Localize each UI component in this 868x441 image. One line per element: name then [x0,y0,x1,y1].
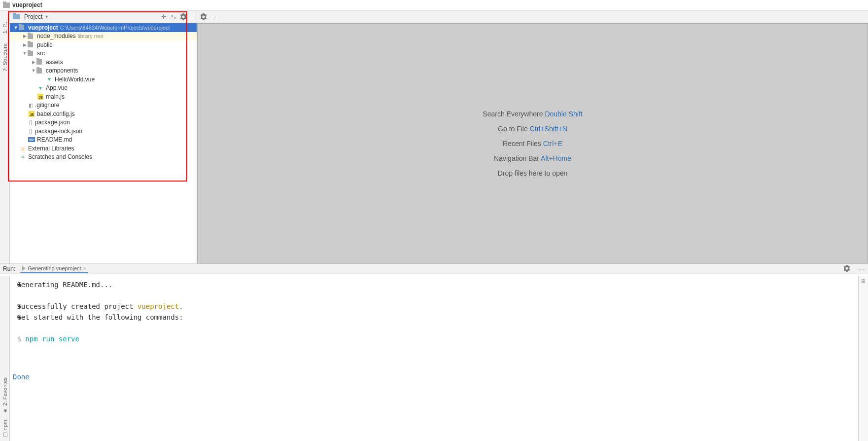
project-panel-header: Project ▼ ✛ ⇆ — [10,10,197,23]
file-icon: ◧ [28,102,34,108]
folder-icon [36,68,42,74]
close-icon[interactable]: × [83,265,86,271]
console-output[interactable]: ◆ Generating README.md... ◆ Successfully… [0,274,868,373]
breadcrumb-bar: vueproject [0,0,868,10]
hide-icon[interactable]: — [187,13,194,20]
hint-search: Search Everywhere Double Shift [483,110,582,118]
hint-recent: Recent Files Ctrl+E [503,140,562,147]
library-icon: ⫼ [19,146,27,151]
folder-icon [28,42,33,47]
run-tab[interactable]: Generating vueproject × [20,264,88,273]
settings-icon[interactable] [180,13,187,20]
tree-main[interactable]: JS main.js [10,92,197,101]
run-header: Run: Generating vueproject × — [0,263,868,274]
left-tool-rail: 1: P... 7: Structure [0,10,10,263]
folder-icon [36,59,42,65]
bullet-icon: ◆ [18,279,21,290]
expand-icon[interactable]: ▶ [22,34,28,38]
tree-app[interactable]: ▼ App.vue [10,84,197,93]
tree-readme[interactable]: MD README.md [10,136,197,145]
hide-icon[interactable]: — [210,13,217,20]
project-panel-title[interactable]: Project ▼ [13,13,160,20]
run-label: Run: [3,265,15,272]
tree-helloworld[interactable]: ▼ HelloWorld.vue [10,75,197,84]
left-bottom-rail: ★ 2: Favorites ▢ npm [0,276,10,441]
vue-icon: ▼ [36,85,44,91]
vue-icon: ▼ [45,76,53,82]
console-done: Done [0,373,868,381]
gear-icon[interactable] [200,13,207,20]
folder-icon [28,34,33,39]
tree-node-modules[interactable]: ▶ node_modules library root [10,32,197,41]
play-icon [22,266,26,271]
tree-babel[interactable]: JS babel.config.js [10,110,197,118]
editor-toolbar: — [197,10,868,23]
tree-scratches[interactable]: ⌗ Scratches and Consoles [10,153,197,162]
tree-lock[interactable]: {} package-lock.json [10,127,197,136]
tree-public[interactable]: ▶ public [10,40,197,49]
tree-root[interactable]: ▼ vueproject C:\Users\84624\WebstormProj… [10,23,197,32]
bullet-icon: ◆ [18,312,21,323]
hint-nav: Navigation Bar Alt+Home [494,154,571,162]
scratch-icon: ⌗ [19,153,27,160]
folder-icon [19,25,24,30]
md-icon: MD [28,137,35,142]
collapse-icon[interactable]: ▼ [22,51,28,56]
hint-goto: Go to File Ctrl+Shift+N [498,125,567,133]
gear-icon[interactable] [843,265,850,273]
expand-icon[interactable]: ▶ [22,42,28,47]
tree-ext-libraries[interactable]: ⫼ External Libraries [10,144,197,153]
folder-icon [28,51,33,56]
project-panel: Project ▼ ✛ ⇆ — ▼ vueproject C:\Users\84… [10,10,197,263]
locate-icon[interactable]: ✛ [160,13,167,20]
tree-package[interactable]: {} package.json [10,118,197,127]
hint-drop: Drop files here to open [498,169,568,177]
rail-item-structure[interactable]: 7: Structure [2,43,8,72]
tree-src[interactable]: ▼ src [10,49,197,58]
tree-components[interactable]: ▼ components [10,67,197,75]
rail-item-favorites[interactable]: ★ 2: Favorites [1,377,8,414]
rail-item-project-short[interactable]: 1: P... [2,20,8,34]
collapse-icon[interactable]: ▼ [31,68,36,73]
collapse-icon[interactable]: ⇆ [170,13,177,20]
hide-icon[interactable]: — [858,265,865,272]
json-icon: {} [28,128,34,134]
js-icon: JS [37,94,43,100]
json-icon: {} [28,119,34,125]
tree-assets[interactable]: ▶ assets [10,58,197,67]
js-icon: JS [29,111,35,117]
expand-icon[interactable]: ▶ [31,60,36,65]
right-rail: 🗎 [858,276,868,441]
project-icon [13,14,20,19]
project-tree: ▼ vueproject C:\Users\84624\WebstormProj… [10,23,197,161]
bullet-icon: ◆ [18,301,21,312]
project-name[interactable]: vueproject [12,1,42,8]
rail-item-npm[interactable]: ▢ npm [1,420,8,438]
tree-gitignore[interactable]: ◧ .gitignore [10,101,197,110]
db-icon[interactable]: 🗎 [861,278,867,285]
expand-icon[interactable]: ▼ [13,25,19,30]
dropdown-icon: ▼ [44,14,49,19]
folder-icon [3,2,10,8]
editor-empty-state[interactable]: Search Everywhere Double Shift Go to Fil… [197,23,868,263]
